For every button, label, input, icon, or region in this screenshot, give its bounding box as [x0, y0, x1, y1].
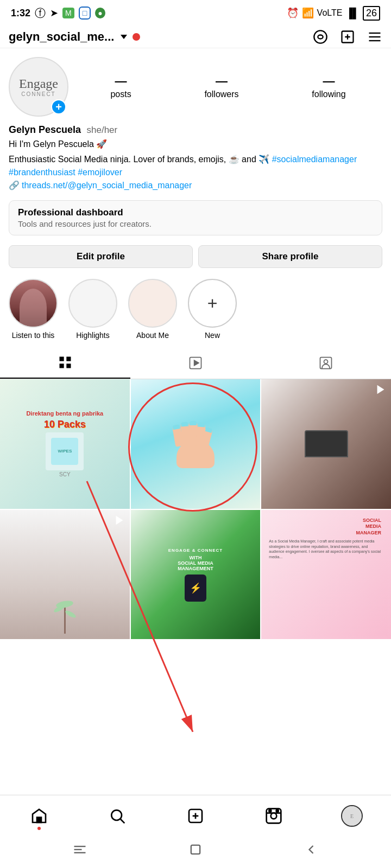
grid-item-wipes[interactable]: Direktang benta ng pabrika 10 Packs WIPE…: [0, 379, 130, 509]
content-tabs: [0, 347, 391, 379]
profile-stats: Engage CONNECT + — posts — followers — f…: [0, 48, 391, 121]
bio-name: Gelyn Pescuela: [9, 124, 81, 135]
wipes-top-text: Direktang benta ng pabrika: [24, 410, 105, 417]
nail-hand: [174, 419, 217, 468]
social-mgmt-top: ENGAGE & CONNECT: [168, 548, 223, 553]
grid-item-social-manager[interactable]: SOCIALMEDIAMANAGER As a Social Media Man…: [261, 510, 391, 640]
laptop-bg: [261, 379, 391, 509]
svg-point-0: [314, 30, 326, 43]
svg-point-12: [324, 360, 328, 363]
followers-count: —: [216, 74, 228, 88]
stat-posts[interactable]: — posts: [110, 74, 131, 99]
battery-icon: 26: [363, 6, 380, 21]
nav-reels[interactable]: [261, 803, 287, 829]
android-nav: [0, 834, 391, 868]
tagged-icon: [318, 355, 333, 371]
posts-label: posts: [110, 90, 131, 99]
android-menu-btn[interactable]: [70, 840, 90, 859]
android-menu-icon: [72, 842, 87, 857]
svg-rect-7: [60, 363, 64, 368]
bio-link[interactable]: 🔗 threads.net/@gelyn_social_media_manage…: [9, 180, 382, 190]
highlight-circle-highlights: [68, 279, 117, 328]
nav-add[interactable]: [182, 803, 209, 829]
alarm-icon: ⏰: [287, 7, 299, 19]
highlight-listen-to-this[interactable]: Listen to this: [9, 279, 58, 340]
pro-dashboard-subtitle: Tools and resources just for creators.: [18, 219, 373, 228]
svg-marker-14: [116, 515, 123, 525]
username-text: gelyn_social_me...: [9, 30, 114, 44]
highlight-circle-listen: [9, 279, 58, 328]
bio-text-main: Enthusiastic Social Media ninja. Lover o…: [9, 155, 272, 164]
highlight-new[interactable]: + New: [188, 279, 237, 340]
pro-dashboard-title: Professional dashboard: [18, 207, 373, 218]
nav-profile[interactable]: E: [339, 803, 365, 829]
add-post-icon[interactable]: [340, 29, 355, 44]
username-nav[interactable]: gelyn_social_me...: [9, 30, 140, 44]
svg-rect-6: [66, 357, 71, 361]
edit-profile-button[interactable]: Edit profile: [9, 245, 193, 268]
app-icon-3: ●: [95, 8, 105, 18]
play-icon-boho: [113, 514, 125, 526]
status-right: ⏰ 📶 VoLTE ▐▌ 26: [287, 6, 380, 21]
signal-bars: ▐▌: [345, 8, 360, 19]
social-mgmt-title: WITHSOCIAL MEDIAMANAGEMENT: [178, 555, 213, 571]
stats-container: — posts — followers — following: [74, 74, 382, 99]
nails-bg: [131, 379, 261, 509]
dropdown-arrow-icon: [121, 35, 127, 39]
video-badge-laptop: [375, 384, 387, 398]
video-badge-boho: [113, 514, 125, 528]
play-icon: [375, 384, 387, 395]
android-back-icon: [304, 842, 319, 857]
svg-marker-10: [194, 360, 199, 365]
svg-rect-31: [191, 845, 200, 854]
nav-home[interactable]: [26, 803, 52, 829]
app-icon-2: □: [79, 7, 91, 20]
story-photo: [10, 280, 56, 327]
grid-item-laptop[interactable]: [261, 379, 391, 509]
svg-marker-13: [377, 385, 384, 394]
professional-dashboard[interactable]: Professional dashboard Tools and resourc…: [9, 200, 382, 235]
svg-point-27: [276, 810, 279, 812]
social-manager-title: SOCIALMEDIAMANAGER: [269, 518, 383, 537]
stat-followers[interactable]: — followers: [204, 74, 238, 99]
highlight-about-me[interactable]: About Me: [128, 279, 177, 340]
stat-following[interactable]: — following: [312, 74, 345, 99]
posts-grid: Direktang benta ng pabrika 10 Packs WIPE…: [0, 379, 391, 639]
status-bar: 1:32 ⓕ ➤ M □ ● ⏰ 📶 VoLTE ▐▌ 26: [0, 0, 391, 26]
highlight-highlights[interactable]: Highlights: [68, 279, 117, 340]
home-active-dot: [37, 827, 41, 830]
nav-search[interactable]: [104, 803, 130, 829]
highlight-label-listen: Listen to this: [12, 331, 55, 340]
tab-tagged[interactable]: [261, 347, 391, 379]
android-home-btn[interactable]: [186, 840, 205, 859]
avatar-container[interactable]: Engage CONNECT +: [9, 57, 68, 117]
bio-name-line: Gelyn Pescuela she/her: [9, 124, 382, 136]
tab-reels[interactable]: [130, 347, 261, 379]
grid-item-nails[interactable]: [131, 379, 261, 509]
wifi-icon: 📶: [302, 7, 314, 19]
add-story-button[interactable]: +: [51, 99, 66, 114]
android-back-btn[interactable]: [301, 840, 321, 859]
link-text: threads.net/@gelyn_social_media_manager: [22, 181, 192, 190]
following-label: following: [312, 90, 345, 99]
plant-stem: [64, 601, 66, 634]
wipes-main-text: 10 Packs: [44, 419, 86, 430]
wipes-product: WIPES: [46, 432, 84, 470]
tab-grid[interactable]: [0, 347, 130, 379]
status-left: 1:32 ⓕ ➤ M □ ●: [11, 6, 105, 21]
bottom-nav: E: [0, 795, 391, 868]
grid-item-social-mgmt[interactable]: ENGAGE & CONNECT WITHSOCIAL MEDIAMANAGEM…: [131, 510, 261, 640]
menu-icon[interactable]: [367, 29, 382, 44]
top-nav: gelyn_social_me...: [0, 26, 391, 48]
threads-icon[interactable]: [313, 29, 328, 44]
highlight-circle-new: +: [188, 279, 237, 328]
social-mgmt-phone: ⚡: [185, 575, 206, 602]
share-profile-button[interactable]: Share profile: [198, 245, 382, 268]
grid-item-boho[interactable]: [0, 510, 130, 640]
grid-icon: [58, 355, 73, 370]
laptop-screen: [305, 430, 348, 457]
avatar-logo: Engage CONNECT: [19, 76, 58, 97]
social-manager-bg: SOCIALMEDIAMANAGER As a Social Media Man…: [264, 513, 388, 636]
nav-profile-avatar: E: [341, 805, 363, 827]
nav-icon: ➤: [50, 7, 58, 19]
